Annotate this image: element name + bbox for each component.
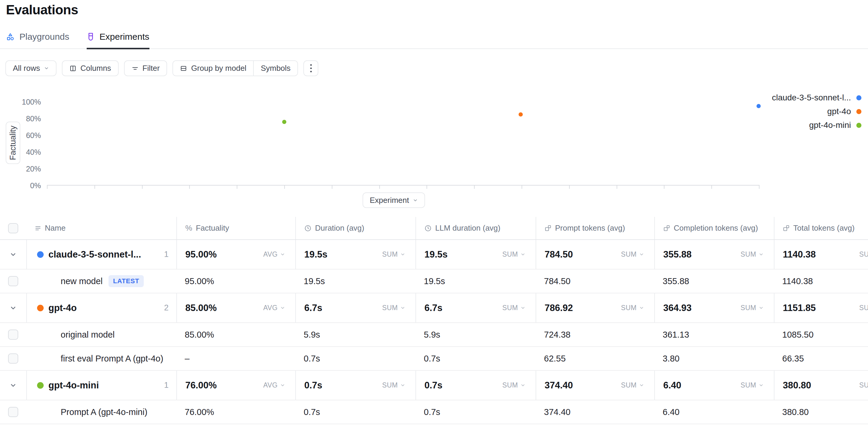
aggregation-selector[interactable]: AVG	[263, 304, 295, 312]
more-options-button[interactable]	[303, 60, 318, 76]
select-all-checkbox[interactable]	[8, 223, 18, 233]
name-cell: first eval Prompt A (gpt-4o)	[26, 347, 176, 370]
experiment-row[interactable]: original model85.00%5.9s5.9s724.38361.13…	[0, 323, 868, 347]
model-name: gpt-4o-mini	[49, 380, 99, 391]
chevron-down-icon	[639, 305, 644, 310]
metric-cell-duration: 19.5sSUM	[295, 240, 415, 269]
aggregation-selector[interactable]: SUM	[859, 381, 868, 389]
aggregation-label: SUM	[740, 381, 756, 389]
column-label: Duration (avg)	[315, 224, 364, 233]
aggregation-selector[interactable]: SUM	[621, 304, 654, 312]
row-select-cell	[0, 293, 26, 322]
column-header-duration[interactable]: Duration (avg)	[295, 217, 415, 239]
aggregation-label: SUM	[382, 250, 398, 259]
tab-experiments[interactable]: Experiments	[87, 32, 150, 49]
aggregation-selector[interactable]: SUM	[859, 250, 868, 259]
filter-button[interactable]: Filter	[124, 60, 167, 76]
column-header-completion-tokens[interactable]: Completion tokens (avg)	[654, 217, 774, 239]
group-by-label: Group by model	[191, 64, 246, 73]
column-header-total-tokens[interactable]: Total tokens (avg)	[774, 217, 868, 239]
metric-cell-llm_duration: 0.7s	[415, 347, 536, 370]
column-label: Prompt tokens (avg)	[555, 224, 625, 233]
aggregation-selector[interactable]: SUM	[859, 304, 868, 312]
metric-cell-total_tokens: 380.80SUM	[774, 371, 868, 400]
row-checkbox[interactable]	[8, 330, 18, 340]
metric-cell-factuality: 76.00%	[176, 400, 295, 424]
cell-value: 19.5s	[425, 249, 448, 260]
model-group-row[interactable]: gpt-4o-mini176.00%AVG0.7sSUM0.7sSUM374.4…	[0, 371, 868, 400]
x-axis-label: Experiment	[370, 196, 409, 205]
aggregation-selector[interactable]: SUM	[740, 381, 774, 389]
chevron-down-icon	[9, 304, 17, 312]
cell-value: 724.38	[544, 330, 570, 340]
metric-cell-llm_duration: 5.9s	[415, 323, 536, 346]
column-header-name[interactable]: Name	[26, 217, 176, 239]
collapse-group-button[interactable]	[7, 379, 20, 392]
row-checkbox[interactable]	[8, 276, 18, 286]
cell-value: 5.9s	[304, 330, 320, 340]
model-group-row[interactable]: claude-3-5-sonnet-l...195.00%AVG19.5sSUM…	[0, 240, 868, 269]
group-by-model-button[interactable]: Group by model	[173, 61, 253, 76]
percent-icon: %	[185, 224, 192, 233]
aggregation-selector[interactable]: SUM	[382, 381, 415, 389]
chevron-down-icon	[758, 383, 764, 388]
cell-value: 0.7s	[424, 354, 440, 364]
aggregation-selector[interactable]: AVG	[263, 381, 295, 389]
metric-cell-completion_tokens: 355.88	[654, 269, 774, 293]
aggregation-label: SUM	[859, 250, 868, 259]
aggregation-label: SUM	[502, 304, 518, 312]
cell-value: 784.50	[545, 249, 573, 260]
aggregation-selector[interactable]: AVG	[263, 250, 295, 259]
model-group-row[interactable]: gpt-4o285.00%AVG6.7sSUM6.7sSUM786.92SUM3…	[0, 293, 868, 323]
row-checkbox[interactable]	[8, 407, 18, 417]
model-name: claude-3-5-sonnet-l...	[49, 249, 141, 260]
x-axis-dimension-selector[interactable]: Experiment	[363, 192, 425, 208]
aggregation-label: SUM	[382, 304, 398, 312]
cell-value: 374.40	[544, 407, 570, 417]
data-point-gpt-4o-mini[interactable]	[282, 120, 286, 124]
cell-value: 0.7s	[304, 407, 320, 417]
tab-playgrounds[interactable]: Playgrounds	[6, 32, 69, 49]
rows-filter-dropdown[interactable]: All rows	[5, 60, 57, 76]
collapse-group-button[interactable]	[7, 248, 20, 261]
data-point-claude-3-5-sonnet-l-[interactable]	[756, 104, 761, 108]
aggregation-selector[interactable]: SUM	[621, 381, 654, 389]
row-checkbox[interactable]	[8, 354, 18, 364]
cell-value: –	[185, 354, 189, 364]
collapse-group-button[interactable]	[7, 301, 20, 314]
experiments-chart: Factuality 100%80%60%40%20%0% claude-3-5…	[0, 90, 868, 212]
cell-value: 6.7s	[425, 303, 442, 313]
cell-value: 786.92	[545, 303, 573, 313]
aggregation-selector[interactable]: SUM	[740, 250, 774, 259]
aggregation-selector[interactable]: SUM	[502, 250, 536, 259]
metric-cell-factuality: 76.00%AVG	[176, 371, 295, 400]
cell-value: 19.5s	[304, 249, 328, 260]
experiment-row[interactable]: Prompt A (gpt-4o-mini)76.00%0.7s0.7s374.…	[0, 400, 868, 424]
experiment-row[interactable]: first eval Prompt A (gpt-4o)–0.7s0.7s62.…	[0, 347, 868, 371]
aggregation-selector[interactable]: SUM	[740, 304, 774, 312]
column-label: Factuality	[196, 224, 229, 233]
aggregation-selector[interactable]: SUM	[382, 304, 415, 312]
aggregation-label: SUM	[859, 304, 868, 312]
aggregation-label: SUM	[859, 381, 868, 389]
column-header-llm-duration[interactable]: LLM duration (avg)	[415, 217, 536, 239]
aggregation-selector[interactable]: SUM	[621, 250, 654, 259]
symbols-button[interactable]: Symbols	[253, 61, 298, 76]
aggregation-label: SUM	[621, 304, 637, 312]
metric-cell-total_tokens: 1085.50	[774, 323, 868, 346]
aggregation-selector[interactable]: SUM	[382, 250, 415, 259]
aggregation-label: SUM	[740, 304, 756, 312]
columns-button[interactable]: Columns	[62, 60, 119, 76]
experiment-row[interactable]: new modelLATEST95.00%19.5s19.5s784.50355…	[0, 269, 868, 293]
y-axis-metric-selector[interactable]: Factuality	[6, 122, 20, 164]
chevron-down-icon	[520, 305, 525, 310]
aggregation-selector[interactable]: SUM	[502, 304, 536, 312]
aggregation-selector[interactable]: SUM	[502, 381, 536, 389]
aggregation-label: SUM	[502, 250, 518, 259]
column-header-factuality[interactable]: % Factuality	[176, 217, 295, 239]
metric-cell-factuality: –	[176, 347, 295, 370]
row-select-cell	[0, 323, 26, 346]
name-cell: new modelLATEST	[26, 269, 176, 293]
column-header-prompt-tokens[interactable]: Prompt tokens (avg)	[536, 217, 654, 239]
data-point-gpt-4o[interactable]	[519, 112, 523, 116]
